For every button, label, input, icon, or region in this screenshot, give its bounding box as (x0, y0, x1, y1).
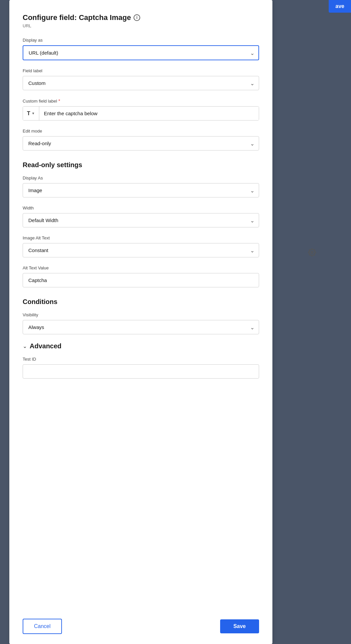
save-button[interactable]: Save (220, 619, 259, 633)
svg-point-0 (311, 251, 313, 253)
width-select[interactable]: Default Width (23, 213, 259, 227)
alt-text-value-input[interactable] (23, 273, 259, 287)
custom-field-label-wrapper: T ▼ (23, 106, 259, 121)
right-panel (273, 0, 351, 644)
readonly-display-as-wrapper: Image ⌄ (23, 183, 259, 197)
text-type-selector[interactable]: T ▼ (23, 107, 39, 120)
display-as-wrapper: URL (default) ⌄ (23, 45, 259, 60)
test-id-group: Test ID (23, 357, 259, 379)
readonly-display-as-select[interactable]: Image (23, 183, 259, 197)
image-alt-text-label: Image Alt Text (23, 235, 259, 240)
modal-title-text: Configure field: Captcha Image (23, 13, 131, 22)
modal-panel: Configure field: Captcha Image i URL Dis… (9, 0, 272, 644)
edit-mode-wrapper: Read-only ⌄ (23, 136, 259, 151)
visibility-group: Visibility Always ⌄ (23, 312, 259, 334)
field-label-group: Field label Custom ⌄ (23, 68, 259, 90)
visibility-wrapper: Always ⌄ (23, 320, 259, 334)
display-as-select[interactable]: URL (default) (23, 45, 259, 60)
width-wrapper: Default Width ⌄ (23, 213, 259, 227)
alt-text-value-label: Alt Text Value (23, 265, 259, 270)
gear-icon (308, 248, 316, 256)
custom-label-input[interactable] (39, 107, 259, 120)
gear-icon-wrapper[interactable] (306, 246, 318, 258)
text-type-chevron-icon: ▼ (32, 112, 35, 115)
test-id-input[interactable] (23, 364, 259, 379)
visibility-label: Visibility (23, 312, 259, 317)
display-as-label: Display as (23, 38, 259, 43)
advanced-title: Advanced (30, 342, 62, 350)
modal-subtitle: URL (23, 23, 259, 28)
edit-mode-select[interactable]: Read-only (23, 136, 259, 151)
edit-mode-group: Edit mode Read-only ⌄ (23, 129, 259, 151)
display-as-group: Display as URL (default) ⌄ (23, 38, 259, 60)
page-wrapper: ave Configure field: Captcha Image i URL… (0, 0, 351, 644)
info-icon[interactable]: i (134, 14, 140, 21)
test-id-label: Test ID (23, 357, 259, 362)
conditions-heading: Conditions (23, 298, 259, 306)
field-label-select[interactable]: Custom (23, 76, 259, 90)
readonly-display-as-group: Display As Image ⌄ (23, 175, 259, 197)
field-label-label: Field label (23, 68, 259, 73)
footer-buttons: Cancel Save (23, 612, 259, 644)
modal-title: Configure field: Captcha Image i (23, 13, 259, 22)
image-alt-text-wrapper: Constant ⌄ (23, 243, 259, 257)
alt-text-value-group: Alt Text Value (23, 265, 259, 287)
width-label: Width (23, 205, 259, 210)
width-group: Width Default Width ⌄ (23, 205, 259, 227)
readonly-display-as-label: Display As (23, 175, 259, 180)
advanced-section-header[interactable]: ⌄ Advanced (23, 342, 259, 350)
readonly-settings-heading: Read-only settings (23, 161, 259, 169)
advanced-chevron-icon: ⌄ (23, 343, 27, 349)
field-label-wrapper: Custom ⌄ (23, 76, 259, 90)
image-alt-text-group: Image Alt Text Constant ⌄ (23, 235, 259, 257)
visibility-select[interactable]: Always (23, 320, 259, 334)
edit-mode-label: Edit mode (23, 129, 259, 134)
cancel-button[interactable]: Cancel (23, 619, 62, 634)
text-type-icon: T (27, 111, 30, 117)
image-alt-text-select[interactable]: Constant (23, 243, 259, 257)
custom-field-label-group: Custom field label * T ▼ (23, 98, 259, 121)
required-indicator: * (58, 98, 60, 104)
custom-field-label-label: Custom field label * (23, 98, 259, 104)
